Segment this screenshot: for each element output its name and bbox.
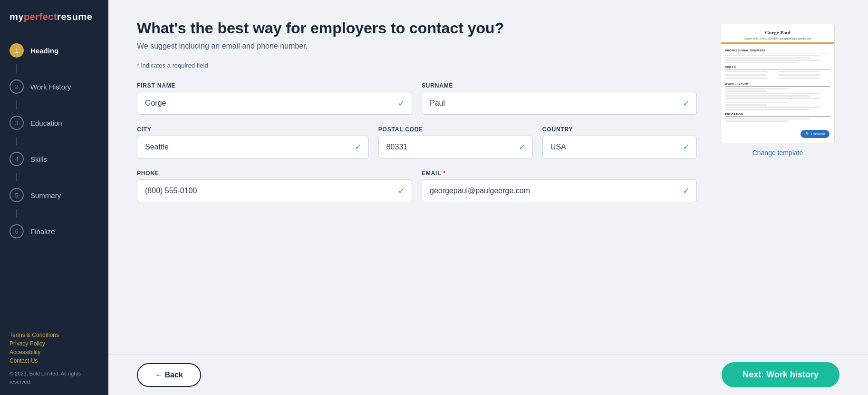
resume-skills-grid (725, 71, 830, 80)
email-label: EMAIL * (422, 170, 697, 177)
sidebar-item-finalize[interactable]: 6 Finalize (0, 217, 108, 245)
sidebar-item-education[interactable]: 3 Education (0, 109, 108, 137)
work-line-title (725, 88, 788, 89)
resume-preview-name: Gorge Paul (725, 29, 830, 36)
country-check-icon: ✓ (683, 142, 690, 152)
sidebar-item-label-5: Summary (30, 191, 61, 199)
required-note-text: indicates a required field (141, 62, 208, 69)
resume-section-professional: PROFESSIONAL SUMMARY (725, 49, 830, 53)
change-template-link[interactable]: Change template (752, 149, 803, 157)
surname-input[interactable] (422, 92, 696, 114)
city-check-icon: ✓ (355, 142, 362, 152)
firstname-check-icon: ✓ (398, 98, 405, 109)
form-group-firstname: FIRST NAME ✓ (137, 82, 412, 115)
city-label: CITY (137, 126, 369, 133)
sidebar-item-heading[interactable]: 1 Heading (0, 37, 108, 64)
firstname-input[interactable] (137, 92, 412, 114)
form-section: What's the best way for employers to con… (137, 19, 697, 335)
postal-check-icon: ✓ (519, 142, 526, 152)
required-note: * indicates a required field (137, 62, 697, 69)
surname-check-icon: ✓ (683, 98, 690, 109)
sidebar-item-label-6: Finalize (30, 227, 55, 236)
preview-panel: Gorge Paul Seattle, 80331 | (800) 555-01… (716, 19, 839, 335)
work-line-title2 (725, 102, 788, 103)
privacy-link[interactable]: Privacy Policy (10, 340, 99, 347)
nav-connector-3 (16, 137, 17, 145)
preview-icon: 🔍 (805, 132, 810, 136)
form-group-surname: SURNAME ✓ (422, 82, 697, 115)
sidebar-item-skills[interactable]: 4 Skills (0, 145, 108, 173)
work-line-5 (725, 109, 810, 110)
work-line-date (725, 90, 767, 92)
city-input[interactable] (137, 136, 368, 158)
preview-button[interactable]: 🔍 Preview (800, 130, 829, 138)
country-input[interactable] (543, 136, 696, 158)
page-title: What's the best way for employers to con… (137, 19, 697, 37)
main-content: What's the best way for employers to con… (108, 0, 868, 395)
resume-section-work: WORK HISTORY (725, 82, 830, 86)
postal-label: POSTAL CODE (378, 126, 533, 133)
skill-line-3 (725, 74, 767, 76)
surname-label: SURNAME (422, 82, 697, 89)
next-button[interactable]: Next: Work history (722, 362, 839, 387)
work-line-3 (725, 98, 820, 99)
bottom-bar: ← Back Next: Work history (108, 354, 868, 395)
sidebar-item-label-2: Work History (30, 83, 71, 91)
contact-link[interactable]: Contact Us (10, 357, 99, 364)
resume-section-education: EDUCATION (725, 112, 830, 117)
sidebar-item-work-history[interactable]: 2 Work History (0, 73, 108, 100)
skill-line-1 (725, 71, 767, 72)
email-input[interactable] (422, 180, 696, 202)
step-circle-2: 2 (10, 79, 24, 94)
form-row-contact: PHONE ✓ EMAIL * ✓ (137, 170, 697, 202)
phone-input-wrapper: ✓ (137, 179, 412, 202)
form-row-location: CITY ✓ POSTAL CODE ✓ COUNTRY (137, 126, 697, 158)
form-group-email: EMAIL * ✓ (422, 170, 697, 202)
email-check-icon: ✓ (683, 186, 690, 196)
work-line-date2 (725, 104, 767, 106)
work-line-1 (725, 93, 820, 94)
step-circle-4: 4 (10, 152, 24, 166)
step-circle-5: 5 (10, 188, 24, 202)
resume-preview-contact: Seattle, 80331 | (800) 555-0100 | george… (725, 37, 830, 40)
sidebar-item-label-4: Skills (30, 155, 47, 163)
content-area: What's the best way for employers to con… (108, 0, 868, 354)
nav-connector-5 (16, 209, 17, 217)
form-row-name: FIRST NAME ✓ SURNAME ✓ (137, 82, 697, 115)
logo: myperfectresume (0, 0, 108, 32)
firstname-input-wrapper: ✓ (137, 92, 412, 115)
email-input-wrapper: ✓ (422, 179, 697, 202)
country-input-wrapper: ✓ (542, 136, 697, 158)
resume-line-1 (725, 55, 820, 56)
nav-connector-4 (16, 173, 17, 181)
form-group-city: CITY ✓ (137, 126, 369, 158)
work-line-2 (725, 95, 810, 97)
skill-line-2 (778, 71, 820, 72)
step-circle-6: 6 (10, 224, 24, 238)
resume-line-4 (725, 62, 799, 63)
form-group-postal: POSTAL CODE ✓ (378, 126, 533, 158)
step-circle-1: 1 (10, 43, 24, 58)
logo-my: my (10, 11, 24, 22)
page-subtitle: We suggest including an email and phone … (137, 42, 697, 50)
postal-input[interactable] (379, 136, 532, 158)
phone-check-icon: ✓ (398, 186, 405, 196)
edu-line-2 (725, 120, 788, 122)
required-star: * (137, 62, 139, 69)
back-button[interactable]: ← Back (137, 363, 201, 387)
sidebar-footer: Terms & Conditions Privacy Policy Access… (0, 324, 108, 395)
city-input-wrapper: ✓ (137, 136, 369, 158)
phone-input[interactable] (137, 180, 412, 202)
terms-link[interactable]: Terms & Conditions (10, 332, 99, 338)
sidebar-item-summary[interactable]: 5 Summary (0, 181, 108, 209)
form-group-phone: PHONE ✓ (137, 170, 412, 202)
sidebar-item-label-3: Education (30, 119, 62, 127)
postal-input-wrapper: ✓ (378, 136, 533, 158)
accessibility-link[interactable]: Accessibility (10, 349, 99, 356)
copyright-text: © 2023, Bold Limited. All rights reserve… (10, 370, 99, 385)
logo-perfect: perfect (24, 11, 57, 22)
phone-label: PHONE (137, 170, 412, 177)
resume-line-3 (725, 59, 820, 61)
preview-btn-label: Preview (811, 132, 825, 136)
nav-connector-2 (16, 100, 17, 109)
